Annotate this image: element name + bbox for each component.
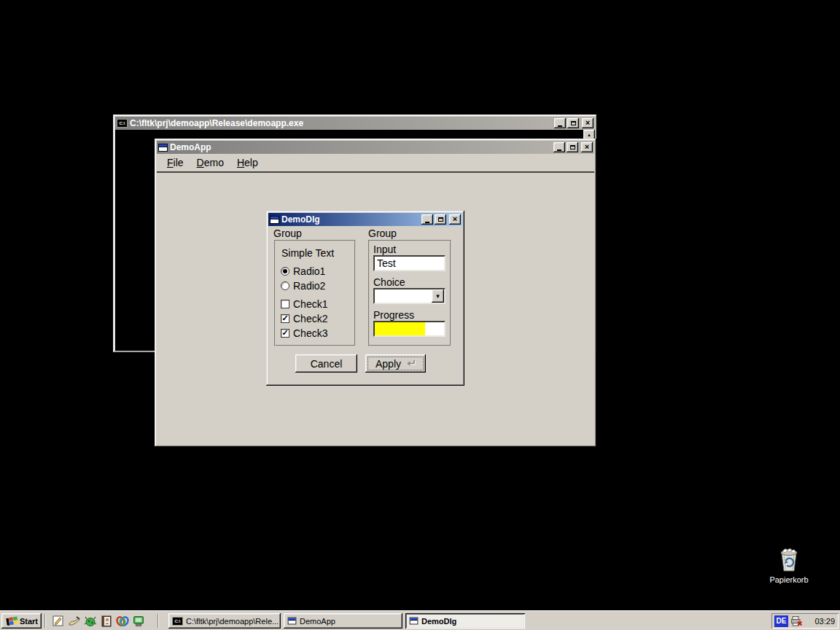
windows-logo-icon (5, 615, 18, 627)
quicklaunch-bug-icon[interactable] (83, 614, 98, 629)
window-icon (410, 618, 419, 625)
input-label: Input (373, 244, 396, 255)
console-window-title: C:\fltk\prj\demoapp\Release\demoapp.exe (130, 117, 552, 130)
window-icon (158, 144, 168, 152)
progress-bar (373, 321, 446, 337)
check2-label: Check2 (293, 313, 327, 324)
minimize-icon (557, 149, 561, 151)
demoapp-window-title: DemoApp (170, 141, 551, 154)
taskbar-separator (158, 614, 159, 628)
menu-help[interactable]: Help (231, 155, 264, 170)
radio2-button[interactable] (281, 281, 289, 290)
quicklaunch-book-icon[interactable] (99, 614, 114, 629)
close-icon: × (453, 215, 457, 223)
maximize-button[interactable] (567, 118, 579, 128)
quicklaunch-monitor-icon[interactable] (131, 614, 146, 629)
taskbar-button-demoapp[interactable]: DemoApp (284, 613, 402, 629)
simple-text-label: Simple Text (281, 247, 334, 259)
check3-checkbox[interactable]: ✓ (281, 329, 289, 338)
radio1-button[interactable] (281, 267, 289, 276)
minimize-button[interactable] (421, 214, 433, 225)
chevron-down-icon: ▼ (435, 293, 441, 300)
close-button[interactable]: × (449, 214, 461, 225)
quicklaunch-hand-pen-icon[interactable] (67, 614, 82, 629)
left-group-box: Simple Text Radio1 Radio2 ✓ Check1 ✓ Che… (274, 240, 356, 346)
maximize-icon (438, 217, 443, 222)
quicklaunch-notes-icon[interactable] (51, 614, 66, 629)
close-icon: × (585, 143, 589, 151)
check1-checkbox[interactable]: ✓ (281, 300, 289, 308)
maximize-icon (571, 121, 576, 125)
close-button[interactable]: × (581, 142, 593, 152)
recycle-bin-label: Papierkorb (769, 575, 808, 584)
radio2-label: Radio2 (293, 280, 325, 292)
apply-button[interactable]: Apply (365, 354, 426, 373)
start-button[interactable]: Start (1, 613, 42, 629)
progress-fill (375, 322, 425, 335)
choice-dropdown[interactable]: ▼ (373, 288, 446, 304)
taskbar-button-label: DemoApp (300, 617, 335, 626)
taskbar-button-demodlg[interactable]: DemoDlg (405, 613, 525, 629)
close-button[interactable]: × (582, 118, 594, 128)
right-group-label: Group (368, 228, 397, 239)
system-tray: DE 03:29 (771, 613, 839, 629)
taskbar-separator (44, 614, 46, 628)
check3-label: Check3 (293, 327, 327, 339)
taskbar-button-label: C:\fltk\prj\demoapp\Rele... (186, 617, 279, 626)
menu-file[interactable]: File (161, 155, 190, 170)
language-indicator[interactable]: DE (774, 615, 788, 627)
scroll-up-icon: ▲ (587, 133, 591, 137)
radio1-label: Radio1 (293, 265, 325, 277)
progress-label: Progress (373, 309, 414, 321)
close-icon: × (586, 119, 590, 127)
minimize-icon (425, 222, 429, 223)
start-label: Start (20, 617, 38, 626)
console-prompt-icon: C:\ (117, 119, 128, 128)
choice-label: Choice (373, 276, 405, 288)
enter-key-icon (405, 359, 416, 368)
demoapp-titlebar[interactable]: DemoApp × (157, 141, 594, 154)
right-group-box: Input Choice ▼ Progress (368, 240, 451, 346)
minimize-button[interactable] (554, 118, 566, 128)
console-titlebar[interactable]: C:\ C:\fltk\prj\demoapp\Release\demoapp.… (115, 117, 595, 130)
window-icon (270, 216, 279, 224)
left-group-label: Group (273, 228, 302, 239)
maximize-button[interactable] (435, 214, 446, 225)
demodlg-title: DemoDlg (281, 213, 419, 226)
cancel-button[interactable]: Cancel (295, 354, 357, 373)
menu-bar: File Demo Help (157, 154, 594, 173)
check1-label: Check1 (293, 298, 327, 310)
recycle-bin-desktop-icon[interactable]: Papierkorb (763, 545, 815, 584)
window-icon (288, 618, 297, 625)
console-prompt-icon: C:\ (172, 617, 183, 626)
minimize-button[interactable] (553, 142, 565, 152)
maximize-button[interactable] (567, 142, 578, 152)
demodlg-dialog: DemoDlg × Group Simple Text Radio1 Radio… (266, 211, 464, 386)
menu-demo[interactable]: Demo (191, 155, 230, 170)
maximize-icon (570, 145, 575, 149)
dropdown-arrow-button[interactable]: ▼ (432, 289, 444, 303)
check2-checkbox[interactable]: ✓ (281, 314, 289, 323)
taskbar-button-console[interactable]: C:\ C:\fltk\prj\demoapp\Rele... (168, 613, 281, 629)
recycle-bin-icon (777, 545, 801, 573)
input-field[interactable] (373, 255, 446, 271)
minimize-icon (558, 125, 562, 127)
taskbar: Start C:\ C:\fltk\prj\demoapp\Rele... De… (0, 610, 840, 630)
taskbar-button-label: DemoDlg (421, 617, 456, 626)
taskbar-clock[interactable]: 03:29 (814, 617, 835, 626)
demodlg-titlebar[interactable]: DemoDlg × (268, 213, 462, 226)
quicklaunch-loops-icon[interactable] (115, 614, 130, 629)
printer-error-icon[interactable] (790, 615, 803, 627)
